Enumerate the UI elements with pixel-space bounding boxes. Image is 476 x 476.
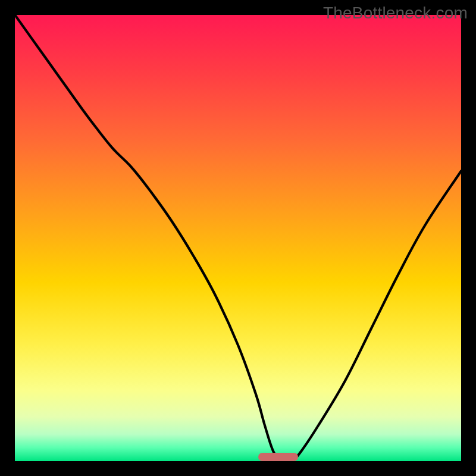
chart-frame: TheBottleneck.com [0, 0, 476, 476]
optimal-marker [258, 453, 299, 461]
plot-area [15, 15, 461, 461]
bottleneck-curve [15, 15, 461, 461]
watermark-text: TheBottleneck.com [323, 4, 468, 23]
